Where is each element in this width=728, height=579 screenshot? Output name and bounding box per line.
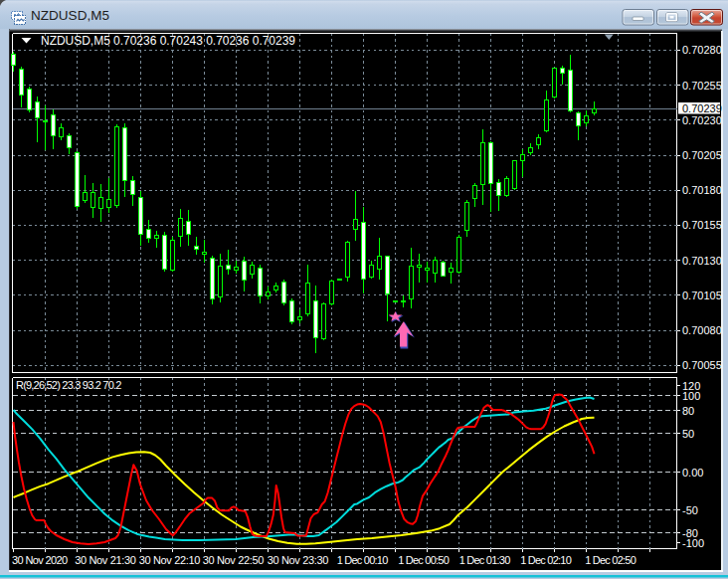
svg-text:0.70130: 0.70130 bbox=[682, 255, 722, 267]
svg-text:0.70055: 0.70055 bbox=[682, 359, 722, 371]
svg-text:-50: -50 bbox=[682, 504, 698, 516]
svg-text:0.70230: 0.70230 bbox=[682, 114, 722, 126]
svg-text:1 Dec 02:50: 1 Dec 02:50 bbox=[585, 554, 637, 566]
svg-text:30 Nov 2020: 30 Nov 2020 bbox=[12, 554, 68, 566]
svg-text:0.70180: 0.70180 bbox=[682, 184, 722, 196]
svg-text:30 Nov 23:30: 30 Nov 23:30 bbox=[268, 554, 329, 566]
svg-text:1 Dec 00:50: 1 Dec 00:50 bbox=[398, 554, 450, 566]
svg-text:1 Dec 02:10: 1 Dec 02:10 bbox=[520, 554, 572, 566]
svg-text:30 Nov 22:50: 30 Nov 22:50 bbox=[203, 554, 265, 566]
svg-text:0.00: 0.00 bbox=[682, 467, 703, 479]
svg-text:0.70105: 0.70105 bbox=[682, 290, 722, 301]
svg-text:50: 50 bbox=[682, 428, 694, 440]
svg-text:0.70280: 0.70280 bbox=[682, 44, 722, 56]
svg-text:0.70155: 0.70155 bbox=[682, 219, 722, 231]
svg-text:30 Nov 21:30: 30 Nov 21:30 bbox=[75, 554, 136, 566]
svg-text:0.70205: 0.70205 bbox=[682, 149, 722, 161]
svg-text:-100: -100 bbox=[682, 537, 704, 549]
svg-text:NZDUSD,M5: NZDUSD,M5 bbox=[31, 8, 109, 23]
svg-text:R(9,26,52) 23.3 93.2 70.2: R(9,26,52) 23.3 93.2 70.2 bbox=[16, 379, 121, 391]
svg-text:1 Dec 01:30: 1 Dec 01:30 bbox=[459, 554, 511, 566]
svg-text:0.70080: 0.70080 bbox=[682, 324, 722, 336]
svg-text:1 Dec 00:10: 1 Dec 00:10 bbox=[337, 554, 389, 566]
svg-text:0.70239: 0.70239 bbox=[682, 102, 722, 114]
svg-text:NZDUSD,M5 0.70236 0.70243 0.7: NZDUSD,M5 0.70236 0.70243 0.70236 0.7023… bbox=[41, 34, 295, 48]
svg-text:100: 100 bbox=[682, 390, 700, 402]
svg-text:30 Nov 22:10: 30 Nov 22:10 bbox=[139, 554, 201, 566]
svg-text:0.70255: 0.70255 bbox=[682, 80, 722, 92]
svg-text:80: 80 bbox=[682, 405, 694, 417]
